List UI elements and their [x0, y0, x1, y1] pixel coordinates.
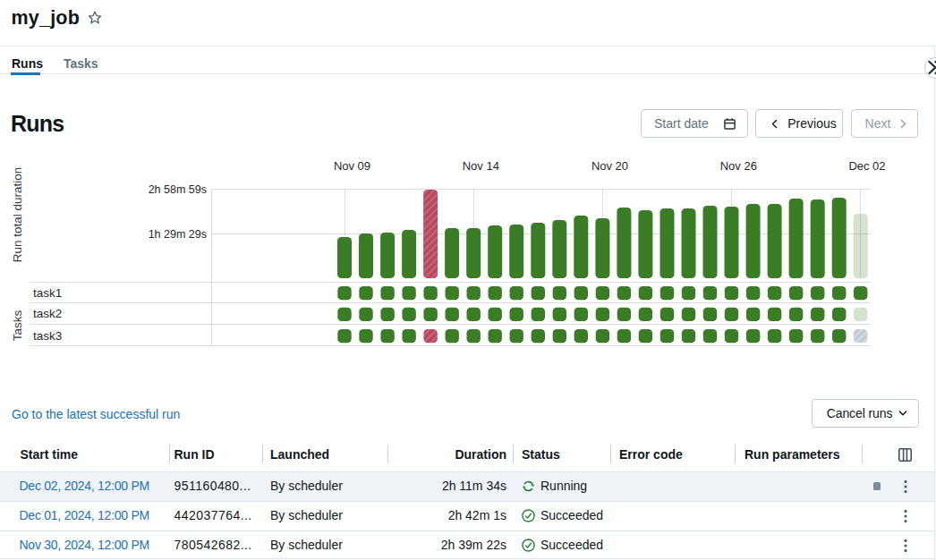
svg-text:2h 58m 59s: 2h 58m 59s [149, 183, 207, 196]
svg-text:task3: task3 [33, 329, 62, 343]
svg-text:Nov 09: Nov 09 [334, 159, 370, 173]
svg-text:Dec 02: Dec 02 [848, 159, 885, 173]
svg-text:Nov 14: Nov 14 [463, 159, 499, 173]
svg-text:task2: task2 [33, 307, 62, 320]
svg-text:task1: task1 [33, 286, 62, 300]
svg-text:Nov 20: Nov 20 [591, 159, 628, 173]
svg-text:Run total duration: Run total duration [11, 167, 24, 263]
svg-text:Tasks: Tasks [11, 310, 24, 341]
svg-text:1h 29m 29s: 1h 29m 29s [149, 228, 207, 241]
svg-text:Nov 26: Nov 26 [720, 159, 757, 173]
